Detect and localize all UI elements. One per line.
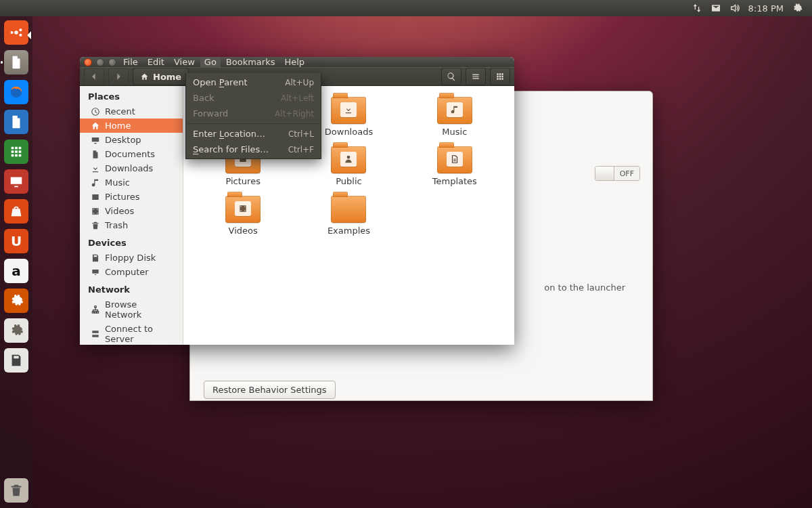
menu-file[interactable]: File [123, 57, 138, 67]
sidebar-item-home[interactable]: Home [80, 119, 183, 133]
titlebar[interactable]: File Edit View Go Bookmarks Help [80, 57, 514, 67]
svg-point-1 [19, 28, 22, 31]
system-settings-icon[interactable] [3, 317, 30, 344]
folder-icon [331, 146, 366, 173]
restore-behavior-button[interactable]: Restore Behavior Settings [204, 381, 336, 399]
sidebar-item-label: Trash [105, 220, 128, 230]
sidebar-item-trash[interactable]: Trash [80, 218, 183, 232]
window-maximize-button[interactable] [108, 58, 116, 66]
sidebar-item-pictures[interactable]: Pictures [80, 190, 183, 204]
sidebar-item-connect-to-server[interactable]: Connect to Server [80, 322, 183, 345]
sidebar-item-label: Connect to Server [105, 324, 176, 344]
folder-icon [331, 196, 366, 223]
sidebar-item-label: Home [105, 121, 131, 131]
trash-icon [91, 221, 100, 230]
video-icon [91, 207, 100, 216]
location-label: Home [153, 72, 181, 82]
lowriter-icon[interactable] [3, 108, 30, 135]
menu-view[interactable]: View [174, 57, 195, 67]
nautilus-icon[interactable] [3, 49, 30, 76]
desktop-icon [91, 135, 100, 145]
sidebar-section-title: Network [80, 279, 183, 297]
sidebar-item-recent[interactable]: Recent [80, 104, 183, 119]
folder-label: Downloads [325, 127, 373, 137]
localc-icon[interactable] [3, 138, 30, 165]
nav-forward-button[interactable] [108, 68, 129, 85]
sidebar-item-label: Music [105, 177, 130, 188]
menu-item-open-parent[interactable]: Open ParentAlt+Up [186, 75, 321, 90]
menu-item-label: Back [193, 93, 215, 103]
floppy-icon [91, 253, 100, 263]
unity-launcher: U a [0, 16, 32, 508]
switch-label: OFF [614, 167, 639, 180]
home-icon [91, 121, 100, 131]
loimpress-icon[interactable] [3, 168, 30, 195]
sidebar-item-label: Videos [105, 206, 134, 216]
computer-icon [91, 268, 100, 277]
menu-item-enter-location[interactable]: Enter Location…Ctrl+L [186, 126, 321, 142]
sidebar: PlacesRecentHomeDesktopDocumentsDownload… [80, 86, 183, 345]
folder-videos[interactable]: Videos [190, 196, 296, 236]
amazon-icon[interactable]: a [3, 257, 30, 284]
folder-label: Examples [328, 226, 370, 236]
floppy-icon[interactable] [3, 347, 30, 374]
network-icon [91, 305, 100, 314]
sidebar-item-desktop[interactable]: Desktop [80, 133, 183, 147]
messages-indicator-icon[interactable] [710, 3, 721, 14]
menu-item-back: BackAlt+Left [186, 90, 321, 106]
menu-item-label: Forward [193, 108, 228, 119]
network-indicator-icon[interactable] [692, 3, 702, 14]
ubuntu-one-icon[interactable]: U [3, 228, 30, 255]
sidebar-item-floppy-disk[interactable]: Floppy Disk [80, 251, 183, 265]
view-grid-button[interactable] [490, 68, 510, 85]
unity-tweak-icon[interactable] [3, 287, 30, 314]
menu-edit[interactable]: Edit [148, 57, 164, 67]
menu-separator [186, 123, 321, 124]
location-home[interactable]: Home [133, 68, 189, 85]
sidebar-item-videos[interactable]: Videos [80, 204, 183, 218]
sidebar-item-label: Browse Network [105, 299, 176, 320]
sidebar-item-documents[interactable]: Documents [80, 147, 183, 161]
home-icon [140, 72, 149, 81]
sidebar-item-downloads[interactable]: Downloads [80, 161, 183, 175]
folder-examples[interactable]: Examples [296, 196, 401, 236]
music-icon [91, 178, 100, 188]
sidebar-item-label: Documents [105, 149, 155, 159]
menu-help[interactable]: Help [284, 57, 304, 67]
folder-icon [331, 97, 366, 124]
folder-label: Pictures [225, 176, 260, 186]
search-button[interactable] [441, 68, 461, 85]
firefox-icon[interactable] [3, 79, 30, 106]
menu-bookmarks[interactable]: Bookmarks [226, 57, 275, 67]
view-list-button[interactable] [466, 68, 486, 85]
session-indicator-icon[interactable] [792, 3, 803, 14]
folder-label: Public [336, 176, 361, 186]
dash-icon[interactable] [3, 19, 30, 46]
menu-item-search-for-files[interactable]: Search for Files…Ctrl+F [186, 142, 321, 157]
window-minimize-button[interactable] [96, 58, 104, 66]
clock[interactable]: 8:18 PM [748, 3, 784, 14]
sidebar-item-music[interactable]: Music [80, 175, 183, 190]
folder-music[interactable]: Music [402, 97, 508, 137]
sidebar-item-browse-network[interactable]: Browse Network [80, 297, 183, 322]
folder-label: Templates [432, 176, 477, 186]
menu-item-shortcut: Ctrl+L [288, 129, 314, 139]
sidebar-item-label: Downloads [105, 163, 153, 173]
folder-icon [225, 196, 261, 223]
folder-icon [437, 97, 472, 124]
download-icon [91, 164, 100, 173]
sidebar-item-label: Desktop [105, 135, 141, 145]
software-center-icon[interactable] [3, 198, 30, 225]
switch[interactable]: OFF [595, 166, 640, 181]
folder-templates[interactable]: Templates [402, 146, 508, 186]
sidebar-item-computer[interactable]: Computer [80, 265, 183, 279]
sound-indicator-icon[interactable] [729, 3, 740, 14]
menu-item-shortcut: Ctrl+F [288, 145, 314, 154]
folder-label: Videos [229, 226, 258, 236]
nav-back-button[interactable] [84, 68, 104, 85]
sidebar-item-label: Pictures [105, 192, 139, 202]
sidebar-item-label: Floppy Disk [105, 253, 156, 263]
trash-icon[interactable] [3, 477, 30, 504]
window-close-button[interactable] [84, 58, 92, 66]
picture-icon [91, 192, 100, 202]
